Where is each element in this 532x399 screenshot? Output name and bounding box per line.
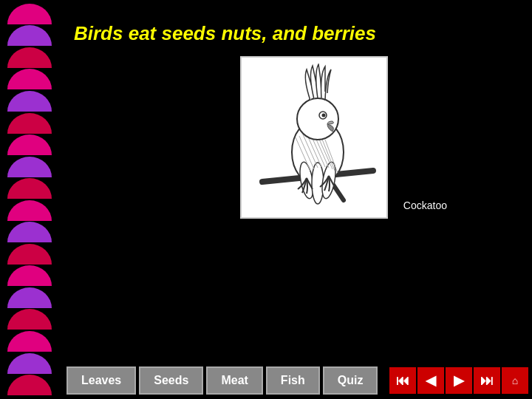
fan-decoration	[7, 157, 52, 177]
svg-point-17	[322, 114, 326, 117]
fan-decoration	[7, 309, 52, 330]
bird-image-container	[240, 56, 388, 219]
last-button[interactable]: ⏭	[474, 367, 500, 394]
nav-button-fish[interactable]: Fish	[266, 366, 320, 395]
bird-label: Cockatoo	[403, 200, 447, 211]
fan-decoration	[7, 69, 52, 89]
fan-decoration	[7, 47, 52, 68]
fan-decoration	[7, 331, 52, 352]
fan-decoration	[7, 113, 52, 134]
next-button[interactable]: ▶	[446, 367, 472, 394]
nav-button-quiz[interactable]: Quiz	[323, 366, 378, 395]
nav-button-seeds[interactable]: Seeds	[139, 366, 203, 395]
fan-decoration	[7, 222, 52, 242]
fan-decoration	[7, 25, 52, 46]
left-border-decoration	[0, 0, 59, 399]
home-button[interactable]: ⌂	[502, 367, 528, 394]
main-content: Birds eat seeds nuts, and berries	[59, 0, 532, 399]
fan-decoration	[7, 91, 52, 112]
prev-button[interactable]: ◀	[417, 367, 444, 394]
first-button[interactable]: ⏮	[389, 367, 416, 394]
image-area: Cockatoo	[74, 56, 517, 219]
nav-button-meat[interactable]: Meat	[206, 366, 262, 395]
cockatoo-illustration	[248, 64, 381, 211]
nav-button-leaves[interactable]: Leaves	[66, 366, 136, 395]
fan-decoration	[7, 375, 52, 395]
fan-decoration	[7, 353, 52, 374]
page-title: Birds eat seeds nuts, and berries	[74, 22, 517, 45]
fan-decoration	[7, 178, 52, 199]
svg-point-15	[297, 98, 338, 140]
fan-decoration	[7, 4, 52, 24]
fan-decoration	[7, 200, 52, 221]
fan-decoration	[7, 134, 52, 155]
arrow-controls: ⏮ ◀ ▶ ⏭ ⌂	[389, 362, 532, 399]
bird-image-wrapper: Cockatoo	[240, 56, 388, 219]
fan-decoration	[7, 265, 52, 286]
fan-decoration	[7, 287, 52, 308]
fan-decoration	[7, 244, 52, 265]
